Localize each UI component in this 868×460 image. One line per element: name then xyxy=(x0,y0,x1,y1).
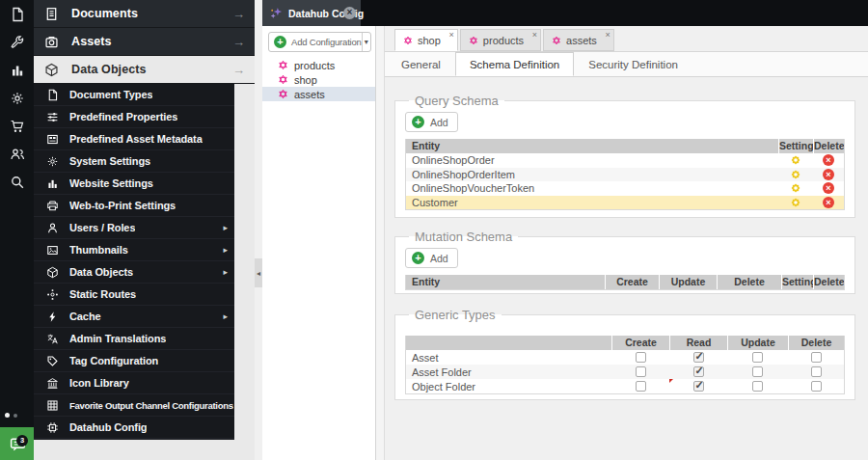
delete-icon[interactable] xyxy=(823,154,834,166)
create-checkbox[interactable] xyxy=(636,366,646,377)
menu-item-admin-translations[interactable]: Admin Translations xyxy=(34,328,234,350)
collapse-handle[interactable] xyxy=(255,258,262,287)
menu-item-icon-library[interactable]: Icon Library xyxy=(34,372,234,394)
table-row[interactable]: OnlineShopVoucherToken xyxy=(406,181,844,196)
delete-checkbox[interactable] xyxy=(811,366,822,377)
column-header-create[interactable]: Create xyxy=(605,275,659,289)
column-header-delete[interactable]: Delete xyxy=(788,336,844,350)
column-header-delete[interactable]: Delete xyxy=(813,139,844,153)
sidebar-item-documents[interactable]: Documents xyxy=(34,0,255,28)
sidebar-item-assets[interactable]: Assets xyxy=(34,28,255,56)
tag-icon xyxy=(46,355,59,367)
chevron-down-icon[interactable] xyxy=(362,33,370,51)
menu-item-predefined-properties[interactable]: Predefined Properties xyxy=(34,106,234,128)
table-row[interactable]: OnlineShopOrder xyxy=(406,153,844,168)
update-checkbox[interactable] xyxy=(752,381,763,392)
close-icon[interactable] xyxy=(606,30,610,40)
read-checkbox[interactable] xyxy=(693,352,704,363)
notifications-chat-button[interactable]: 3 xyxy=(0,427,36,460)
menu-item-web-to-print-settings[interactable]: Web-to-Print Settings xyxy=(34,195,234,217)
ecommerce-icon[interactable] xyxy=(0,112,34,140)
column-header-read[interactable]: Read xyxy=(669,336,727,350)
tab-schema-definition[interactable]: Schema Definition xyxy=(455,52,574,76)
read-checkbox[interactable] xyxy=(693,366,704,377)
update-checkbox[interactable] xyxy=(752,352,763,363)
column-header-entity[interactable]: Entity xyxy=(406,139,778,153)
column-header-update[interactable]: Update xyxy=(727,336,788,350)
config-tab-assets[interactable]: assets xyxy=(543,29,614,51)
column-header-settings[interactable]: Settings xyxy=(781,275,813,289)
config-tab-shop[interactable]: shop xyxy=(394,29,458,51)
menu-item-users-roles[interactable]: Users / Roles xyxy=(34,217,234,239)
close-icon[interactable] xyxy=(449,30,454,40)
delete-checkbox[interactable] xyxy=(811,381,822,392)
column-header-settings[interactable]: Settings xyxy=(778,139,813,153)
delete-icon[interactable] xyxy=(823,182,834,194)
column-header-update[interactable]: Update xyxy=(659,275,717,289)
window-tabbar: Datahub Config xyxy=(262,0,868,26)
settings-gear-icon[interactable] xyxy=(790,169,801,180)
dirty-cell-marker xyxy=(669,379,727,393)
panel-splitter[interactable] xyxy=(376,26,384,460)
tree-item-assets[interactable]: assets xyxy=(262,87,375,101)
menu-item-tag-configuration[interactable]: Tag Configuration xyxy=(34,350,234,372)
customers-icon[interactable] xyxy=(0,140,34,168)
menu-item-label: Cache xyxy=(69,311,101,322)
create-checkbox[interactable] xyxy=(636,352,646,363)
settings-gear-icon[interactable] xyxy=(790,197,801,208)
close-icon[interactable] xyxy=(532,30,537,40)
search-icon[interactable] xyxy=(0,168,34,196)
table-row[interactable]: Object Folder xyxy=(406,379,844,393)
column-header-create[interactable]: Create xyxy=(611,336,669,350)
entity-cell: OnlineShopOrder xyxy=(406,153,778,168)
printer-icon xyxy=(46,200,59,212)
tree-item-products[interactable]: products xyxy=(262,58,375,72)
menu-item-favorite-output-channels[interactable]: Favorite Output Channel Configurations xyxy=(34,394,234,417)
tools-icon[interactable] xyxy=(0,28,34,56)
menu-item-datahub-config[interactable]: Datahub Config xyxy=(34,417,234,439)
create-checkbox[interactable] xyxy=(636,381,646,392)
mutation-add-button[interactable]: Add xyxy=(405,248,458,268)
tab-security-definition[interactable]: Security Definition xyxy=(574,52,692,76)
settings-gear-icon[interactable] xyxy=(790,154,801,166)
settings-gear-icon[interactable] xyxy=(790,182,801,194)
menu-item-document-types[interactable]: Document Types xyxy=(34,84,234,106)
pager-dot-active xyxy=(5,413,10,418)
menu-item-data-objects[interactable]: Data Objects xyxy=(34,261,234,284)
delete-checkbox[interactable] xyxy=(811,352,822,363)
query-add-button[interactable]: Add xyxy=(405,112,458,132)
add-configuration-button[interactable]: Add Configuration xyxy=(268,32,371,52)
menu-item-website-settings[interactable]: Website Settings xyxy=(34,173,234,195)
delete-icon[interactable] xyxy=(823,197,834,208)
tree-item-shop[interactable]: shop xyxy=(262,72,375,87)
sidebar-item-data-objects[interactable]: Data Objects xyxy=(34,56,255,84)
column-header-delete[interactable]: Delete xyxy=(717,275,781,289)
window-tab-datahub-config[interactable]: Datahub Config xyxy=(262,0,361,26)
table-row[interactable]: Asset xyxy=(406,350,844,365)
menu-item-static-routes[interactable]: Static Routes xyxy=(34,284,234,306)
close-icon[interactable] xyxy=(343,7,356,19)
delete-icon[interactable] xyxy=(823,169,834,180)
menu-item-label: System Settings xyxy=(69,155,150,167)
section-tabbar: General Schema Definition Security Defin… xyxy=(385,52,868,77)
table-row-selected[interactable]: Customer xyxy=(406,196,844,210)
reports-icon[interactable] xyxy=(0,56,34,84)
column-header-delete[interactable]: Delete xyxy=(813,275,844,289)
config-tab-products[interactable]: products xyxy=(460,29,541,51)
column-header-entity[interactable]: Entity xyxy=(406,275,605,289)
menu-item-predefined-asset-metadata[interactable]: Predefined Asset Metadata xyxy=(34,128,234,150)
table-row[interactable]: Asset Folder xyxy=(406,365,844,379)
settings-icon[interactable] xyxy=(0,84,34,112)
menu-item-thumbnails[interactable]: Thumbnails xyxy=(34,239,234,261)
documents-icon[interactable] xyxy=(0,0,34,28)
menu-item-system-settings[interactable]: System Settings xyxy=(34,150,234,173)
settings-menu: Document Types Predefined Properties Pre… xyxy=(34,84,234,440)
table-row[interactable]: OnlineShopOrderItem xyxy=(406,168,844,182)
update-checkbox[interactable] xyxy=(752,366,763,377)
read-checkbox[interactable] xyxy=(693,381,704,392)
query-schema-fieldset: Query Schema Add Entity Settings Delete … xyxy=(394,94,855,218)
menu-item-cache[interactable]: Cache xyxy=(34,306,234,328)
translate-icon xyxy=(46,333,59,345)
tab-general[interactable]: General xyxy=(387,52,455,76)
tab-label: assets xyxy=(566,35,597,46)
